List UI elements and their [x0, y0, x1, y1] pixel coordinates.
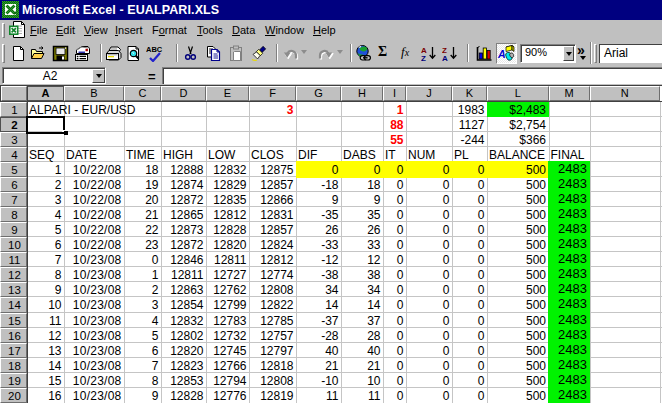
svg-text:Z: Z — [421, 54, 426, 62]
svg-text:ABC: ABC — [146, 45, 163, 54]
svg-text:A: A — [498, 48, 506, 60]
svg-text:A: A — [442, 54, 448, 62]
